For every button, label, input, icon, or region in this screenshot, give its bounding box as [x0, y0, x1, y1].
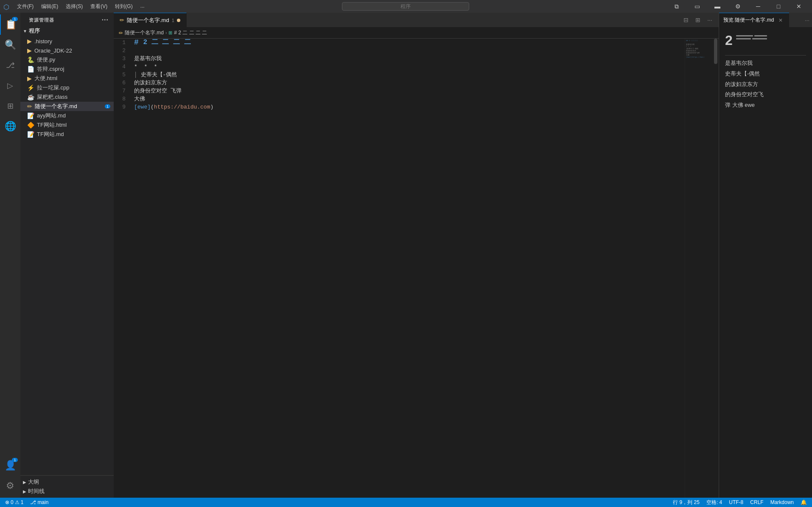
file-item-random[interactable]: ✏ 随便一个名字.md 1 — [20, 102, 114, 111]
cpp-file-icon: ⚡ — [27, 84, 34, 91]
html-file-icon: 🔶 — [27, 122, 34, 128]
position-text: 行 9，列 25 — [673, 499, 700, 506]
activity-run[interactable]: ▷ — [0, 75, 20, 96]
status-bar: ⊗ 0 ⚠ 1 ⎇ main 行 9，列 25 空格: 4 UTF-8 CRLF… — [0, 498, 812, 507]
close-button[interactable]: ✕ — [789, 0, 809, 13]
sidebar-outline[interactable]: ▶ 大纲 — [20, 477, 114, 487]
preview-line-1 — [736, 35, 753, 36]
maximize-button[interactable]: □ — [769, 0, 788, 13]
activity-search[interactable]: 🔍 — [0, 35, 20, 55]
preview-tab-close-btn[interactable]: ✕ — [776, 16, 785, 25]
status-line-ending[interactable]: CRLF — [748, 498, 765, 507]
file-item-cpp[interactable]: ⚡ 拉一坨屎.cpp — [20, 83, 114, 92]
branch-name: main — [37, 499, 48, 505]
html-folder-icon: ▶ — [27, 75, 32, 82]
line-num-2: 2 — [117, 47, 127, 55]
more-tabs-btn[interactable]: ··· — [704, 14, 715, 25]
code-text-6: 的泼妇京东方 — [134, 79, 167, 87]
file-item-dabian[interactable]: ▶ 大便.html — [20, 74, 114, 83]
titlebar: ⬡ 文件(F) 编辑(E) 选择(S) 查看(V) 转到(G) ... ⧉ ▭ … — [0, 0, 812, 13]
sidebar: 资源管理器 ··· ▼ 程序 ▶ .history ▶ Oracle_JDK-2… — [20, 13, 114, 498]
menu-edit[interactable]: 编辑(E) — [38, 2, 62, 11]
scrollbar-track[interactable] — [713, 39, 719, 498]
preview-h2-decoration — [736, 35, 767, 39]
line-numbers: 1 2 3 4 5 6 7 8 9 — [114, 39, 131, 498]
menu-goto[interactable]: 转到(G) — [112, 2, 136, 11]
settings-icon: ⚙ — [6, 480, 14, 491]
file-item-ayy[interactable]: 📝 ayy网站.md — [20, 111, 114, 120]
code-line-9: [ewe](https://baidu.com) — [134, 103, 685, 111]
file-item-daban[interactable]: 📄 答辩.csproj — [20, 64, 114, 74]
file-item-history[interactable]: ▶ .history — [20, 36, 114, 46]
sidebar-section-program[interactable]: ▼ 程序 — [20, 25, 114, 36]
tab-label: 随便一个名字.md — [127, 17, 169, 24]
file-item-tfhtml[interactable]: 🔶 TF网站.html — [20, 120, 114, 130]
file-name-daban: 答辩.csproj — [37, 65, 110, 73]
file-item-bianbian[interactable]: 🐍 便便.py — [20, 55, 114, 64]
menu-select[interactable]: 选择(S) — [62, 2, 86, 11]
line-num-8: 8 — [117, 95, 127, 103]
error-count: 0 — [11, 499, 14, 505]
code-link-text: [ewe] — [134, 103, 151, 111]
status-position[interactable]: 行 9，列 25 — [671, 498, 701, 507]
file-name-ayy: ayy网站.md — [37, 112, 110, 120]
sidebar-timeline[interactable]: ▶ 时间线 — [20, 487, 114, 496]
preview-panel: 预览 随便一个名字.md ✕ ··· 2 — [719, 13, 812, 498]
preview-line-3 — [736, 38, 751, 39]
minimize-button[interactable]: ─ — [748, 0, 768, 13]
tab-file-icon: ✏ — [120, 17, 124, 23]
preview-tab[interactable]: 预览 随便一个名字.md ✕ — [719, 13, 789, 28]
unsaved-badge: 1 — [105, 104, 110, 109]
preview-line-4 — [752, 38, 767, 39]
error-icon: ⊗ — [5, 499, 9, 505]
menu-more[interactable]: ... — [137, 2, 148, 11]
status-branch[interactable]: ⎇ main — [28, 498, 50, 507]
md-file-icon2: 📝 — [27, 112, 34, 119]
status-errors[interactable]: ⊗ 0 ⚠ 1 — [3, 498, 25, 507]
code-text-8: 大佛 — [134, 95, 145, 103]
status-encoding[interactable]: UTF-8 — [727, 498, 745, 507]
menu-file[interactable]: 文件(F) — [14, 2, 37, 11]
file-item-tfmd[interactable]: 📝 TF网站.md — [20, 130, 114, 139]
activity-settings[interactable]: ⚙ — [0, 476, 20, 496]
preview-tab-label: 预览 随便一个名字.md — [723, 17, 774, 24]
code-line-6: 的泼妇京东方 — [134, 79, 685, 87]
split-vertical-btn[interactable]: ⊞ — [692, 14, 703, 25]
scrollbar-thumb[interactable] — [714, 39, 717, 64]
status-indent[interactable]: 空格: 4 — [705, 498, 724, 507]
menu-bar: 文件(F) 编辑(E) 选择(S) 查看(V) 转到(G) ... — [14, 2, 148, 11]
menu-view[interactable]: 查看(V) — [87, 2, 111, 11]
file-name-tfhtml: TF网站.html — [37, 121, 110, 129]
split-editor-btn[interactable]: ⊟ — [680, 14, 692, 25]
code-editor[interactable]: # 2 二 二 二 二 是基韦尔我 * * * │ 史蒂夫【-偶然 的泼妇京东方 — [131, 39, 685, 498]
code-line-3: 是基韦尔我 — [134, 55, 685, 63]
sidebar-more-btn[interactable]: ··· — [102, 16, 109, 24]
activity-source-control[interactable]: ⎇ — [0, 55, 20, 75]
chevron-right-icon: ▶ — [23, 480, 26, 485]
window-controls: ⧉ ▭ ▬ ⚙ ─ □ ✕ — [667, 0, 809, 13]
file-name-cpp: 拉一坨屎.cpp — [37, 84, 110, 92]
file-name-dabian: 大便.html — [34, 75, 110, 82]
preview-more-btn[interactable]: ··· — [802, 17, 812, 23]
status-language[interactable]: Markdown — [769, 498, 795, 507]
breadcrumb-section[interactable]: # 2 二 二 二 二 — [174, 29, 207, 36]
preview-body: 是基韦尔我 史蒂夫【-偶然 的泼妇京东方 的身份空对空飞 弹 大佛 ewe — [725, 59, 806, 110]
code-line-5: │ 史蒂夫【-偶然 — [134, 71, 685, 79]
editor-tab-active[interactable]: ✏ 随便一个名字.md 1 — [114, 13, 187, 28]
source-control-icon: ⎇ — [6, 61, 15, 70]
encoding-text: UTF-8 — [729, 499, 743, 505]
window-layout-btn[interactable]: ⧉ — [667, 0, 686, 13]
titlebar-search[interactable] — [342, 2, 469, 11]
breadcrumb-file[interactable]: 随便一个名字.md — [125, 29, 164, 36]
activity-accounts[interactable]: 👤 1 — [0, 455, 20, 476]
status-notification[interactable]: 🔔 — [799, 498, 809, 507]
file-item-class[interactable]: ☕ 屎粑粑.class — [20, 92, 114, 102]
activity-extensions[interactable]: ⊞ — [0, 96, 20, 116]
file-item-oracle[interactable]: ▶ Oracle_JDK-22 — [20, 46, 114, 55]
window-settings-btn[interactable]: ⚙ — [728, 0, 748, 13]
editor-content[interactable]: 1 2 3 4 5 6 7 8 9 # 2 二 二 二 二 是基韦尔我 — [114, 39, 719, 498]
activity-explorer[interactable]: 📋 1 — [0, 14, 20, 35]
activity-remote[interactable]: 🌐 — [0, 116, 20, 136]
window-split-btn[interactable]: ▭ — [687, 0, 707, 13]
window-panel-btn[interactable]: ▬ — [708, 0, 727, 13]
